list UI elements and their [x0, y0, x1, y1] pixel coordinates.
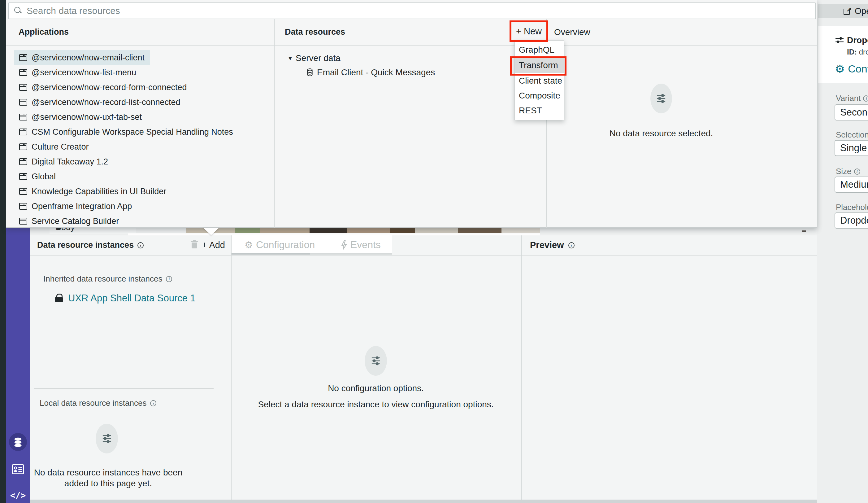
app-window-icon [19, 188, 27, 195]
app-list-item[interactable]: Digital Takeaway 1.2 [6, 154, 274, 169]
local-empty-line1: No data resource instances have been [30, 468, 186, 478]
canvas-white-band [128, 233, 540, 235]
inherited-instances-header: Inherited data resource instances [43, 274, 162, 284]
inherited-instance-link[interactable]: UXR App Shell Data Source 1 [68, 293, 196, 304]
tree-group-server-data[interactable]: ▾ Server data [289, 53, 341, 63]
app-window-icon [19, 129, 27, 135]
config-link[interactable]: ⚙ Confi [835, 63, 868, 75]
canvas-photo-fragment [390, 228, 415, 233]
app-list-item[interactable]: CSM Configurable Workspace Special Handl… [6, 124, 274, 140]
field-label-size: Sizei [836, 167, 860, 176]
app-list-item[interactable]: @servicenow/now-record-list-connected [6, 95, 274, 110]
component-properties-panel: Open Dropd ID: dro ⚙ Confi Varianti Seco… [817, 0, 868, 503]
tab-events[interactable]: Events [341, 235, 381, 254]
open-button[interactable]: Open [818, 4, 868, 18]
config-empty-hint: Select a data resource instance to view … [252, 400, 500, 409]
delete-instance-icon[interactable] [190, 240, 198, 249]
menu-item-composite[interactable]: Composite [515, 88, 564, 103]
horizontal-scrollbar[interactable] [30, 500, 817, 503]
annotation-box-new [509, 20, 548, 42]
sliders-icon [650, 84, 672, 113]
tab-configuration[interactable]: ⚙ Configuration [245, 235, 315, 254]
canvas-photo-fragment [458, 228, 502, 233]
app-window-icon [19, 69, 27, 76]
sliders-icon [365, 346, 387, 376]
app-window-icon [19, 203, 27, 210]
lightning-icon [341, 240, 347, 250]
app-window-icon [19, 54, 27, 61]
annotation-box-transform [510, 57, 567, 75]
app-window-icon [19, 158, 27, 165]
instances-info-icon[interactable]: i [137, 242, 144, 248]
lock-icon [55, 294, 63, 303]
chevron-down-icon: ▾ [289, 54, 292, 62]
preview-info-icon[interactable]: i [568, 242, 575, 248]
app-list-item[interactable]: Knowledge Capabilities in UI Builder [6, 184, 274, 199]
size-select[interactable]: Medium [835, 176, 868, 193]
app-window-icon [19, 114, 27, 121]
local-instances-header: Local data resource instances [40, 398, 146, 408]
app-window-icon [19, 173, 27, 180]
overview-empty-message: No data resource selected. [598, 129, 725, 138]
app-list-item[interactable]: @servicenow/now-email-client [6, 50, 274, 65]
selection-select[interactable]: Single [835, 140, 868, 156]
configuration-panel: ⚙ Configuration Events No configuration … [231, 235, 521, 503]
window-edge-strip [0, 0, 6, 503]
search-bar[interactable] [8, 2, 816, 19]
data-resources-nav-icon[interactable] [6, 437, 30, 448]
contact-card-nav-icon[interactable] [6, 464, 30, 475]
app-window-icon [19, 84, 27, 91]
new-resource-menu: GraphQL Transform Client state Composite… [515, 40, 564, 120]
canvas-photo-fragment [415, 228, 458, 233]
search-input[interactable] [27, 6, 815, 16]
placeholder-input[interactable]: Dropdo [835, 213, 868, 228]
app-list-item[interactable]: @servicenow/now-record-form-connected [6, 80, 274, 95]
component-id-value: dro [859, 48, 868, 56]
code-nav-icon[interactable]: </> [6, 490, 30, 501]
menu-item-rest[interactable]: REST [515, 103, 564, 118]
canvas-mark [802, 230, 806, 232]
search-icon [14, 7, 22, 15]
app-list-item[interactable]: @servicenow/now-list-menu [6, 65, 274, 80]
instances-panel-title: Data resource instances [37, 240, 134, 250]
data-resources-popup: Applications Data resources Overview @se… [6, 0, 817, 228]
preview-panel: Preview i [521, 235, 817, 503]
canvas-photo-fragment [347, 228, 390, 233]
component-header-card: Dropd ID: dro ⚙ Confi [818, 26, 868, 83]
database-icon [307, 69, 313, 76]
gear-icon: ⚙ [245, 239, 253, 250]
inherited-info-icon[interactable]: i [166, 276, 172, 282]
field-label-selection: Selectioni [836, 130, 868, 140]
applications-header: Applications [19, 27, 69, 37]
external-link-icon [844, 8, 851, 15]
field-label-variant: Varianti [836, 94, 868, 103]
component-title: Dropd [847, 35, 868, 45]
component-id-label: ID: [847, 48, 857, 56]
menu-item-graphql[interactable]: GraphQL [515, 42, 564, 57]
menu-item-client-state[interactable]: Client state [515, 73, 564, 88]
popup-caret [203, 228, 219, 235]
add-instance-button[interactable]: + Add [202, 235, 225, 255]
local-empty-line2: added to this page yet. [30, 479, 186, 489]
app-list-item[interactable]: Global [6, 169, 274, 184]
data-resources-header: Data resources [285, 27, 345, 37]
app-window-icon [19, 218, 27, 225]
sliders-small-icon [835, 36, 844, 44]
app-window-icon [19, 143, 27, 150]
app-list-item[interactable]: @servicenow/now-uxf-tab-set [6, 110, 274, 124]
app-window-icon [19, 99, 27, 106]
sliders-icon [96, 424, 118, 453]
field-label-placeholder: Placeholde [836, 203, 868, 212]
app-list-item[interactable]: Service Catalog Builder [6, 214, 274, 228]
tree-item-email-client[interactable]: Email Client - Quick Messages [307, 68, 435, 78]
tab-overview[interactable]: Overview [554, 27, 590, 37]
local-info-icon[interactable]: i [150, 400, 156, 407]
preview-panel-title: Preview [530, 240, 564, 250]
app-list-item[interactable]: Openframe Integration App [6, 199, 274, 214]
inherited-instance-row[interactable]: UXR App Shell Data Source 1 [55, 293, 196, 304]
data-resource-instances-panel: Data resource instances i + Add Inherite… [30, 235, 231, 503]
variant-select[interactable]: Seconda [835, 104, 868, 121]
canvas-photo-fragment [502, 228, 540, 233]
config-empty-title: No configuration options. [283, 383, 469, 393]
app-list-item[interactable]: Culture Creator [6, 140, 274, 154]
